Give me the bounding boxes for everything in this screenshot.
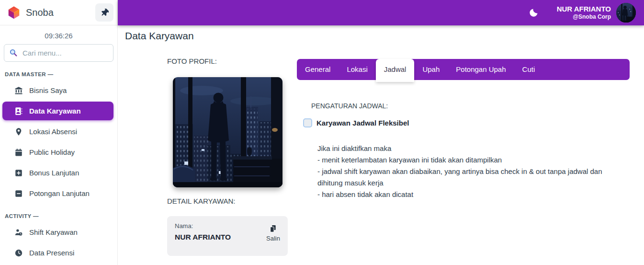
sidebar-item-label: Bisnis Saya: [29, 86, 67, 94]
sidebar-header: Snoba: [0, 0, 117, 25]
plus-square-icon: [14, 169, 23, 177]
user-meta: NUR AFRIANTO @Snoba Corp: [557, 5, 611, 21]
app-frame: Snoba 09:36:26 DATA MASTER — Bisnis Saya: [0, 0, 644, 265]
sidebar-item-label: Data Karyawan: [29, 107, 81, 115]
copy-icon: [269, 224, 278, 233]
photo-label: FOTO PROFIL:: [167, 57, 217, 65]
tab-general[interactable]: General: [297, 59, 339, 80]
description-line: Jika ini diaktifkan maka: [317, 143, 612, 154]
sidebar-item-label: Potongan Lanjutan: [29, 189, 90, 197]
section-label-activity: ACTIVITY —: [5, 213, 117, 219]
clock-icon: [14, 249, 23, 257]
user-org: @Snoba Corp: [557, 13, 611, 21]
schedule-description: Jika ini diaktifkan maka - menit keterla…: [317, 143, 612, 200]
search-box: [4, 44, 113, 62]
pin-sidebar-button[interactable]: [95, 3, 113, 22]
user-name: NUR AFRIANTO: [557, 5, 611, 14]
sidebar-nav-activity: Shift Karyawan Data Presensi: [0, 222, 117, 263]
description-line: - hari absen tidak akan dicatat: [317, 189, 612, 200]
bank-icon: [14, 86, 23, 95]
sidebar-item-label: Bonus Lanjutan: [29, 169, 79, 177]
name-field-label: Nama:: [175, 222, 231, 230]
main-content: Data Karyawan FOTO PROFIL:: [118, 25, 644, 265]
topbar: NUR AFRIANTO @Snoba Corp: [118, 0, 644, 25]
sidebar-item-data-presensi[interactable]: Data Presensi: [0, 242, 117, 263]
sidebar-item-label: Public Holiday: [29, 148, 75, 156]
clock-time: 09:36:26: [0, 32, 117, 40]
section-label-data-master: DATA MASTER —: [5, 71, 117, 77]
user-avatar[interactable]: [616, 3, 636, 23]
tab-bar: General Lokasi Jadwal Upah Potongan Upah…: [297, 59, 630, 80]
detail-label: DETAIL KARYAWAN:: [167, 197, 236, 205]
schedule-settings-label: PENGATURAN JADWAL:: [311, 102, 388, 110]
tab-jadwal[interactable]: Jadwal: [376, 59, 415, 82]
pin-icon: [101, 9, 109, 17]
name-field: Nama: NUR AFRIANTO: [175, 222, 231, 250]
sidebar-item-potongan-lanjutan[interactable]: Potongan Lanjutan: [0, 183, 117, 204]
snoba-logo-icon: [7, 5, 21, 20]
flexible-schedule-label: Karyawan Jadwal Fleksibel: [316, 119, 409, 127]
employee-detail-card: Nama: NUR AFRIANTO Salin: [167, 216, 288, 256]
description-line: - menit keterlambatan karyawan ini tidak…: [317, 154, 612, 166]
sidebar-item-label: Shift Karyawan: [29, 228, 78, 236]
tab-lokasi[interactable]: Lokasi: [339, 59, 375, 80]
name-field-value: NUR AFRIANTO: [175, 233, 231, 242]
description-line: - jadwal shift karyawan akan diabaikan, …: [317, 166, 612, 189]
flexible-schedule-row: Karyawan Jadwal Fleksibel: [303, 118, 409, 127]
flexible-schedule-checkbox[interactable]: [303, 118, 312, 127]
sidebar: Snoba 09:36:26 DATA MASTER — Bisnis Saya: [0, 0, 118, 265]
sidebar-item-bisnis-saya[interactable]: Bisnis Saya: [0, 80, 117, 101]
search-input[interactable]: [4, 44, 113, 62]
app: { "colors": { "accent": "#7d21b8", "side…: [0, 0, 644, 265]
user-clock-icon: [14, 228, 23, 237]
map-marker-icon: [14, 127, 23, 136]
sidebar-item-shift-karyawan[interactable]: Shift Karyawan: [0, 222, 117, 242]
minus-square-icon: [14, 189, 23, 198]
copy-name-button[interactable]: Salin: [266, 222, 280, 250]
calendar-icon: [14, 148, 23, 157]
sidebar-item-label: Lokasi Absensi: [29, 127, 77, 136]
id-badge-icon: [14, 107, 23, 115]
sidebar-item-label: Data Presensi: [29, 249, 74, 257]
sidebar-item-public-holiday[interactable]: Public Holiday: [0, 142, 117, 162]
sidebar-item-bonus-lanjutan[interactable]: Bonus Lanjutan: [0, 162, 117, 183]
search-icon: [9, 48, 18, 57]
dark-mode-toggle[interactable]: [529, 8, 539, 18]
tab-potongan-upah[interactable]: Potongan Upah: [448, 59, 514, 80]
sidebar-item-data-karyawan[interactable]: Data Karyawan: [2, 102, 113, 120]
copy-label: Salin: [266, 235, 280, 242]
page-title: Data Karyawan: [125, 30, 194, 42]
moon-icon: [529, 8, 539, 18]
profile-photo: [173, 77, 282, 187]
brand-name: Snoba: [26, 7, 95, 18]
tab-cuti[interactable]: Cuti: [514, 59, 543, 80]
tab-upah[interactable]: Upah: [414, 59, 448, 80]
sidebar-item-lokasi-absensi[interactable]: Lokasi Absensi: [0, 121, 117, 142]
sidebar-nav-data-master: Bisnis Saya Data Karyawan Lokasi Absensi…: [0, 80, 117, 204]
